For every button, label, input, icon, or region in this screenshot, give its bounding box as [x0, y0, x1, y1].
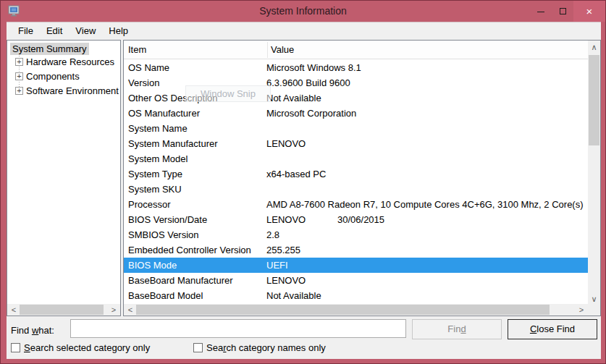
- table-horizontal-scrollbar[interactable]: < >: [124, 304, 588, 316]
- row-item-label: OS Name: [124, 60, 266, 75]
- close-button[interactable]: ×: [573, 1, 605, 22]
- scrollbar-corner: [588, 304, 600, 316]
- expand-icon[interactable]: +: [15, 58, 23, 66]
- checkbox-label: Search selected category only: [24, 342, 150, 353]
- client-area: File Edit View Help System Summary + Har…: [7, 22, 601, 359]
- scrollbar-thumb[interactable]: [589, 55, 599, 145]
- search-selected-category-checkbox[interactable]: Search selected category only: [11, 342, 150, 353]
- row-item-label: Processor: [124, 197, 266, 212]
- checkbox-label: Search category names only: [206, 342, 326, 353]
- tree-item-software-environment[interactable]: Software Environment: [26, 85, 119, 96]
- scroll-left-icon[interactable]: <: [9, 304, 19, 316]
- scroll-up-icon[interactable]: ∧: [588, 41, 600, 53]
- window-snip-ghost: Window Snip: [185, 85, 271, 102]
- row-value: Not Available: [266, 93, 321, 103]
- menu-bar: File Edit View Help: [7, 22, 601, 39]
- category-tree-panel: System Summary + Hardware Resources + Co…: [7, 40, 121, 316]
- system-information-window: System Information × File Edit View Help…: [0, 0, 606, 364]
- table-row[interactable]: OS ManufacturerMicrosoft Corporation: [124, 106, 588, 121]
- search-category-names-checkbox[interactable]: Search category names only: [193, 342, 326, 353]
- row-item-label: System Model: [124, 151, 266, 166]
- menu-help[interactable]: Help: [102, 23, 135, 38]
- tree-horizontal-scrollbar[interactable]: < >: [7, 304, 120, 316]
- scroll-right-icon[interactable]: >: [109, 304, 119, 316]
- row-value: AMD A8-7600 Radeon R7, 10 Compute Cores …: [266, 199, 584, 210]
- table-row[interactable]: System Name: [124, 121, 588, 136]
- row-value: 6.3.9600 Build 9600: [266, 77, 350, 88]
- row-item-label: Embedded Controller Version: [124, 242, 266, 258]
- table-row[interactable]: System Typex64-based PC: [124, 166, 588, 182]
- checkbox-icon: [193, 343, 203, 352]
- row-item-label: System Manufacturer: [124, 136, 266, 151]
- row-value: Not Available: [266, 290, 321, 301]
- expand-icon[interactable]: +: [15, 72, 23, 80]
- scroll-right-icon[interactable]: >: [576, 304, 586, 316]
- row-value: x64-based PC: [266, 169, 326, 179]
- row-value: LENOVO30/06/2015: [266, 214, 384, 225]
- details-table-panel: Item Value OS NameMicrosoft Windows 8.1V…: [123, 40, 601, 316]
- row-value: 255.255: [266, 245, 300, 255]
- find-button[interactable]: Find: [412, 319, 502, 339]
- scroll-down-icon[interactable]: ∨: [588, 293, 600, 305]
- table-row[interactable]: Embedded Controller Version255.255: [124, 242, 588, 258]
- table-row[interactable]: System Model: [124, 151, 588, 166]
- find-input[interactable]: [70, 319, 406, 338]
- table-row[interactable]: BaseBoard ModelNot Available: [124, 288, 588, 303]
- row-item-label: System Type: [124, 166, 266, 182]
- scrollbar-thumb[interactable]: [20, 305, 104, 315]
- close-icon: ×: [586, 5, 593, 17]
- scrollbar-thumb[interactable]: [136, 305, 550, 315]
- row-value: LENOVO: [266, 138, 306, 149]
- close-find-button[interactable]: Close Find: [508, 319, 597, 339]
- row-value: Microsoft Windows 8.1: [266, 62, 361, 73]
- row-value: 2.8: [266, 229, 279, 240]
- row-item-label: System Name: [124, 121, 266, 136]
- menu-view[interactable]: View: [69, 23, 102, 38]
- title-bar[interactable]: System Information ×: [1, 1, 605, 22]
- window-title: System Information: [1, 5, 605, 17]
- minimize-icon: [537, 12, 544, 12]
- row-item-label: BIOS Version/Date: [124, 212, 266, 227]
- table-row[interactable]: System SKU: [124, 182, 588, 197]
- row-value: Microsoft Corporation: [266, 108, 356, 119]
- column-header-item[interactable]: Item: [128, 44, 146, 55]
- tree-item-components[interactable]: Components: [26, 71, 80, 82]
- minimize-button[interactable]: [530, 1, 552, 22]
- table-row[interactable]: OS NameMicrosoft Windows 8.1: [124, 60, 588, 75]
- checkbox-icon: [11, 343, 20, 352]
- table-row[interactable]: SMBIOS Version2.8: [124, 227, 588, 242]
- column-header-value[interactable]: Value: [271, 44, 294, 55]
- table-row[interactable]: BaseBoard ManufacturerLENOVO: [124, 273, 588, 288]
- expand-icon[interactable]: +: [15, 87, 23, 95]
- maximize-icon: [560, 8, 566, 14]
- table-row[interactable]: BIOS ModeUEFI: [124, 258, 588, 273]
- tree-item-hardware-resources[interactable]: Hardware Resources: [26, 56, 114, 67]
- table-row[interactable]: BIOS Version/DateLENOVO30/06/2015: [124, 212, 588, 227]
- column-divider[interactable]: [267, 42, 268, 58]
- maximize-button[interactable]: [552, 1, 573, 22]
- find-bar: Find what: Find Close Find Search select…: [7, 316, 601, 359]
- table-row[interactable]: System ManufacturerLENOVO: [124, 136, 588, 151]
- row-item-label: BIOS Mode: [124, 258, 266, 273]
- table-row[interactable]: ProcessorAMD A8-7600 Radeon R7, 10 Compu…: [124, 197, 588, 212]
- row-value: LENOVO: [266, 275, 306, 286]
- row-item-label: BaseBoard Model: [124, 288, 266, 303]
- table-header: Item Value: [124, 41, 588, 59]
- menu-file[interactable]: File: [12, 23, 40, 38]
- menu-edit[interactable]: Edit: [40, 23, 69, 38]
- tree-item-system-summary[interactable]: System Summary: [10, 43, 89, 54]
- row-item-label: OS Manufacturer: [124, 106, 266, 121]
- table-vertical-scrollbar[interactable]: ∧ ∨: [588, 41, 600, 305]
- row-item-label: SMBIOS Version: [124, 227, 266, 242]
- scroll-left-icon[interactable]: <: [125, 304, 135, 316]
- row-item-label: BaseBoard Manufacturer: [124, 273, 266, 288]
- row-value: UEFI: [266, 260, 288, 271]
- find-what-label: Find what:: [11, 325, 54, 336]
- row-item-label: System SKU: [124, 182, 266, 197]
